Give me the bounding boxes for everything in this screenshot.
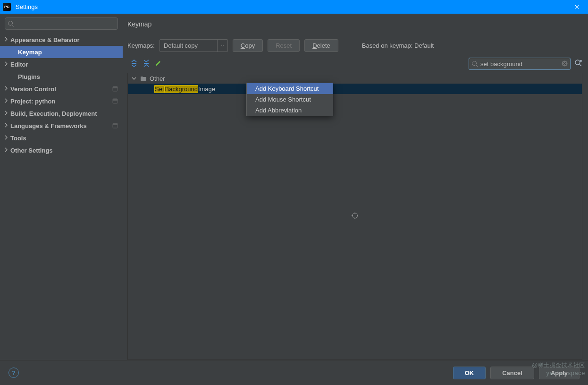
- keymap-panel: Keymap Keymaps: Default copy Copy Reset …: [123, 14, 588, 360]
- close-icon: [574, 4, 580, 9]
- menu-add-mouse-shortcut[interactable]: Add Mouse Shortcut: [247, 94, 333, 105]
- svg-line-13: [476, 65, 478, 67]
- sidebar-item-label: Build, Execution, Deployment: [10, 110, 97, 117]
- dialog-body: Appearance & BehaviorKeymapEditorPlugins…: [0, 14, 588, 360]
- sidebar-item-label: Editor: [10, 61, 28, 68]
- search-icon: [471, 60, 478, 68]
- svg-rect-7: [113, 99, 118, 101]
- close-window-button[interactable]: [568, 0, 585, 14]
- keymaps-label: Keymaps:: [127, 42, 155, 49]
- sidebar-item-label: Keymap: [18, 49, 42, 56]
- svg-rect-10: [132, 63, 136, 64]
- project-scope-icon: [112, 86, 118, 93]
- sidebar-item-label: Appearance & Behavior: [10, 36, 80, 43]
- svg-rect-9: [113, 123, 118, 125]
- folder-icon: [140, 75, 147, 82]
- sidebar-search[interactable]: [5, 17, 118, 30]
- sidebar-item-version-control[interactable]: Version Control: [0, 83, 123, 95]
- sidebar-item-project-python[interactable]: Project: python: [0, 95, 123, 107]
- find-by-shortcut-icon[interactable]: [574, 59, 582, 68]
- keymaps-selected: Default copy: [164, 42, 198, 49]
- action-search-input[interactable]: [469, 58, 571, 70]
- reset-button[interactable]: Reset: [268, 39, 300, 52]
- menu-add-keyboard-shortcut[interactable]: Add Keyboard Shortcut: [247, 83, 333, 94]
- sidebar-item-label: Other Settings: [10, 147, 53, 154]
- sidebar-item-plugins[interactable]: Plugins: [0, 70, 123, 83]
- sidebar-item-label: Version Control: [10, 86, 56, 93]
- project-scope-icon: [112, 98, 118, 105]
- edit-icon[interactable]: [155, 60, 162, 68]
- expand-arrow-icon: [3, 97, 9, 105]
- keymap-icon-toolbar: [127, 58, 582, 70]
- svg-rect-21: [141, 77, 143, 78]
- sidebar-item-editor[interactable]: Editor: [0, 58, 123, 70]
- expand-arrow-icon: [3, 134, 9, 142]
- page-title: Keymap: [127, 17, 582, 31]
- svg-rect-11: [144, 63, 149, 64]
- expand-arrow-icon: [3, 36, 9, 44]
- window-controls: [568, 0, 585, 14]
- sidebar-item-label: Languages & Frameworks: [10, 122, 87, 129]
- titlebar: PC Settings: [0, 0, 588, 14]
- settings-dialog: PC Settings Appearance & BehaviorKeymapE…: [0, 0, 588, 385]
- clear-search-icon[interactable]: [562, 60, 568, 68]
- svg-point-2: [8, 21, 13, 26]
- group-label: Other: [150, 75, 165, 82]
- sidebar-item-build-execution-deployment[interactable]: Build, Execution, Deployment: [0, 107, 123, 120]
- settings-tree[interactable]: Appearance & BehaviorKeymapEditorPlugins…: [0, 34, 123, 156]
- help-button[interactable]: ?: [8, 368, 19, 378]
- search-icon: [8, 20, 14, 28]
- sidebar-item-tools[interactable]: Tools: [0, 132, 123, 144]
- keymaps-dropdown[interactable]: Default copy: [160, 39, 228, 52]
- sidebar-item-appearance-behavior[interactable]: Appearance & Behavior: [0, 34, 123, 46]
- dialog-footer: ? OK Cancel Apply: [0, 360, 588, 385]
- sidebar-item-label: Project: python: [10, 98, 55, 105]
- svg-point-19: [580, 60, 582, 62]
- highlight: Background: [165, 85, 198, 93]
- settings-sidebar: Appearance & BehaviorKeymapEditorPlugins…: [0, 14, 123, 360]
- sidebar-search-input[interactable]: [5, 17, 118, 30]
- expand-arrow-icon: [3, 110, 9, 118]
- keymap-toolbar: Keymaps: Default copy Copy Reset Delete …: [127, 39, 582, 52]
- expand-arrow-icon: [131, 75, 137, 82]
- sidebar-item-languages-frameworks[interactable]: Languages & Frameworks: [0, 120, 123, 132]
- sidebar-item-other-settings[interactable]: Other Settings: [0, 144, 123, 156]
- expand-arrow-icon: [3, 60, 9, 68]
- action-search[interactable]: [469, 58, 571, 70]
- ok-button[interactable]: OK: [453, 367, 486, 379]
- expand-arrow-icon: [3, 146, 9, 154]
- action-tree[interactable]: Other Set Background Image: [127, 73, 582, 360]
- project-scope-icon: [112, 123, 118, 130]
- expand-arrow-icon: [3, 122, 9, 130]
- group-other[interactable]: Other: [128, 73, 582, 84]
- sidebar-item-label: Plugins: [18, 73, 40, 80]
- crosshair-icon: [352, 213, 358, 221]
- svg-line-3: [12, 25, 14, 26]
- svg-point-22: [353, 213, 358, 218]
- window-title: Settings: [16, 3, 38, 10]
- based-on-label: Based on keymap: Default: [362, 42, 434, 49]
- highlight: Set: [154, 85, 165, 93]
- apply-button[interactable]: Apply: [539, 367, 580, 379]
- sidebar-item-keymap[interactable]: Keymap: [0, 46, 123, 58]
- menu-add-abbreviation[interactable]: Add Abbreviation: [247, 105, 333, 116]
- collapse-all-icon[interactable]: [143, 60, 150, 68]
- expand-arrow-icon: [3, 85, 9, 93]
- context-menu: Add Keyboard Shortcut Add Mouse Shortcut…: [246, 83, 333, 116]
- app-logo: PC: [3, 3, 11, 11]
- cancel-button[interactable]: Cancel: [490, 367, 534, 379]
- svg-rect-5: [113, 86, 118, 88]
- copy-button[interactable]: Copy: [233, 39, 263, 52]
- action-set-background-image[interactable]: Set Background Image: [128, 84, 582, 94]
- dropdown-arrow-icon: [217, 40, 227, 51]
- expand-all-icon[interactable]: [130, 60, 138, 68]
- svg-line-18: [580, 64, 581, 66]
- sidebar-item-label: Tools: [10, 135, 26, 142]
- svg-point-17: [575, 60, 580, 65]
- delete-button[interactable]: Delete: [304, 39, 338, 52]
- svg-point-12: [472, 61, 477, 66]
